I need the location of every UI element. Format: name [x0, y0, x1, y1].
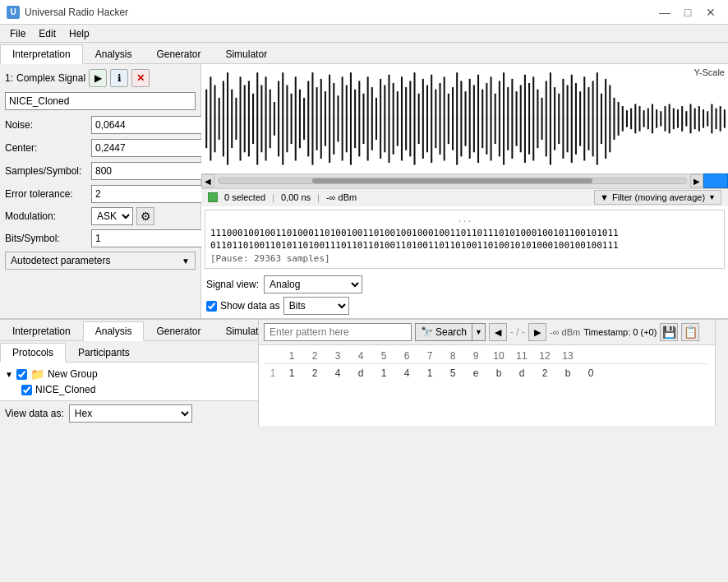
waveform-area: Y-Scale	[201, 64, 728, 318]
close-button[interactable]: ✕	[700, 2, 721, 23]
svg-rect-6	[223, 81, 224, 156]
col-header-2: 2	[303, 350, 326, 362]
timestamp-text: Timestamp:	[583, 327, 630, 337]
folder-icon: 📁	[30, 367, 44, 381]
svg-rect-17	[270, 90, 271, 149]
info-button[interactable]: ℹ	[110, 69, 128, 87]
col-header-3: 3	[326, 350, 349, 362]
error-label: Error tolerance:	[5, 188, 91, 200]
search-button[interactable]: 🔭 Search	[415, 323, 472, 341]
scroll-left-button[interactable]: ◀	[201, 174, 214, 187]
dbm-display: -∞ dBm	[326, 192, 357, 202]
col-header-1: 1	[280, 350, 303, 362]
tab-interpretation[interactable]: Interpretation	[0, 44, 83, 64]
analysis-tab-interpretation[interactable]: Interpretation	[0, 321, 83, 340]
signal-number: 1:	[5, 72, 13, 84]
scroll-track[interactable]	[218, 178, 687, 184]
analysis-tab-generator[interactable]: Generator	[144, 321, 213, 340]
col-header-12: 12	[533, 350, 556, 362]
bottom-sub-tabs: Protocols Participants	[0, 341, 258, 363]
modulation-settings-button[interactable]: ⚙	[136, 207, 154, 225]
selected-count: 0 selected	[224, 192, 265, 202]
svg-rect-25	[303, 98, 305, 140]
tab-participants[interactable]: Participants	[66, 343, 142, 362]
cell-12: 2	[533, 367, 556, 379]
signal-view-row: Signal view: Analog Digital Digital (non…	[201, 272, 728, 297]
more-dots: ...	[210, 214, 719, 225]
autodetect-label: Autodetect parameters	[11, 255, 110, 266]
scroll-right-button[interactable]: ▶	[690, 174, 703, 187]
minimize-button[interactable]: —	[654, 2, 675, 23]
bit-area: ... 111000100100110100011010010011010010…	[205, 210, 725, 269]
modulation-select[interactable]: ASK FSK PSK	[91, 207, 133, 225]
svg-rect-2	[205, 90, 207, 149]
menu-edit[interactable]: Edit	[32, 26, 62, 41]
col-header-5: 5	[372, 350, 395, 362]
menu-file[interactable]: File	[3, 26, 32, 41]
col-header-8: 8	[441, 350, 464, 362]
cell-7: 1	[418, 367, 441, 379]
svg-rect-74	[511, 79, 513, 159]
cell-3: 4	[326, 367, 349, 379]
svg-rect-29	[320, 79, 322, 159]
svg-rect-95	[601, 94, 602, 144]
svg-rect-27	[311, 72, 313, 164]
svg-rect-115	[685, 111, 687, 126]
bit-line-1: 1110001001001101000110100100110100100100…	[210, 227, 719, 239]
maximize-button[interactable]: □	[677, 2, 698, 23]
export-button[interactable]: 📋	[681, 323, 699, 341]
samples-row: Samples/Symbol: ▲ ▼	[5, 161, 196, 181]
tab-protocols[interactable]: Protocols	[0, 343, 66, 363]
filter-button[interactable]: ▼ Filter (moving average) ▼	[594, 190, 721, 205]
tab-analysis[interactable]: Analysis	[83, 44, 145, 63]
svg-rect-87	[567, 85, 569, 153]
remove-signal-button[interactable]: ✕	[131, 69, 150, 87]
signal-view-select[interactable]: Analog Digital Digital (non-RZ)	[264, 275, 362, 293]
svg-rect-9	[235, 98, 237, 140]
main-tab-bar: Interpretation Analysis Generator Simula…	[0, 43, 728, 64]
svg-rect-84	[554, 87, 555, 150]
svg-rect-38	[358, 81, 360, 156]
analysis-tab-analysis[interactable]: Analysis	[83, 321, 145, 341]
svg-rect-91	[583, 76, 585, 160]
nav-prev-button[interactable]: ◀	[489, 323, 507, 341]
waveform-canvas[interactable]: Y-Scale	[201, 64, 728, 173]
svg-rect-104	[638, 106, 640, 132]
svg-rect-50	[409, 81, 411, 156]
tab-simulator[interactable]: Simulator	[213, 44, 279, 63]
scroll-thumb[interactable]	[312, 178, 592, 183]
right-scrollbar[interactable]	[715, 320, 728, 426]
autodetect-button[interactable]: Autodetect parameters ▼	[5, 252, 196, 270]
item-checkbox[interactable]	[21, 385, 32, 395]
pattern-input[interactable]	[264, 323, 412, 341]
svg-rect-79	[532, 76, 534, 160]
show-data-row: Show data as Bits Hex ASCII	[201, 297, 728, 318]
bits-row: Bits/Symbol: ▲ ▼	[5, 229, 196, 248]
svg-rect-41	[371, 87, 373, 150]
tab-generator[interactable]: Generator	[144, 44, 213, 63]
col-header-9: 9	[464, 350, 487, 362]
svg-rect-109	[660, 111, 661, 126]
show-data-select[interactable]: Bits Hex ASCII	[283, 297, 349, 315]
svg-rect-60	[452, 87, 454, 150]
expand-arrow-icon[interactable]: ▼	[5, 370, 13, 379]
nav-next-button[interactable]: ▶	[528, 323, 546, 341]
menu-help[interactable]: Help	[62, 26, 96, 41]
svg-rect-92	[587, 87, 589, 150]
search-dbm-label: -∞ dBm	[550, 327, 580, 337]
horizontal-scrollbar[interactable]: ◀ ▶	[201, 173, 728, 188]
signal-name-input[interactable]	[5, 92, 196, 110]
play-button[interactable]: ▶	[89, 69, 107, 87]
svg-rect-44	[384, 85, 385, 153]
group-checkbox[interactable]	[16, 369, 27, 380]
view-as-select[interactable]: Hex Bits ASCII	[69, 404, 192, 423]
window-controls: — □ ✕	[654, 2, 721, 23]
svg-rect-80	[537, 90, 538, 149]
table-row: 1 1 2 4 d 1 4 1 5 e b d 2 b 0	[265, 367, 708, 379]
save-button[interactable]: 💾	[660, 323, 678, 341]
svg-rect-72	[503, 72, 505, 164]
svg-rect-123	[720, 106, 721, 132]
scroll-right-block	[703, 173, 728, 188]
show-data-checkbox[interactable]	[206, 301, 217, 312]
search-dropdown-button[interactable]: ▼	[472, 323, 486, 341]
